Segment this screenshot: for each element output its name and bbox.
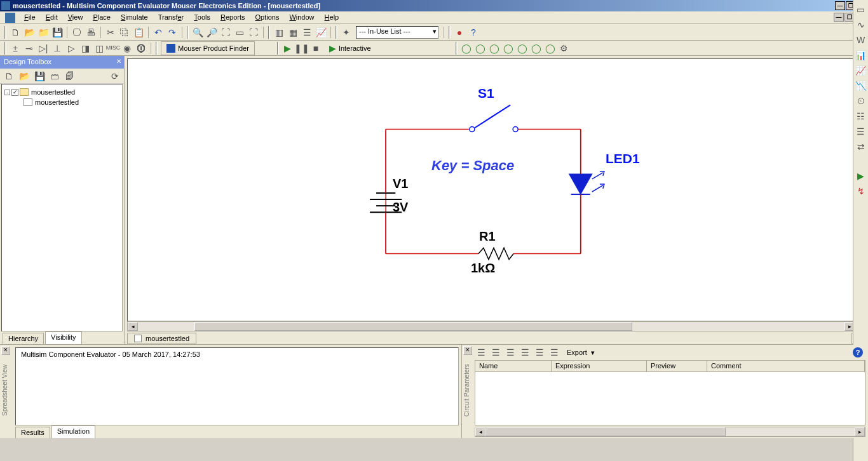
instrument-2-button[interactable]: ◯ [473, 41, 487, 55]
params-hscrollbar[interactable]: ◂ ▸ [475, 427, 865, 437]
save-button[interactable]: 💾 [50, 25, 64, 39]
canvas-tab[interactable]: mousertestled [127, 333, 196, 344]
dt-save-button[interactable]: 💾 [33, 70, 46, 83]
component-analog-button[interactable]: ▷ [64, 41, 78, 55]
instrument-4ch-scope[interactable]: 📈 [854, 63, 868, 77]
zoom-sheet-button[interactable]: ▭ [233, 25, 247, 39]
instrument-3-button[interactable]: ◯ [487, 41, 501, 55]
menu-file[interactable]: File [19, 11, 41, 23]
param-movedown-button[interactable]: ☰ [519, 346, 531, 359]
toolbar-grip[interactable] [456, 42, 458, 55]
instrument-probe[interactable]: ↯ [854, 184, 868, 198]
log-output[interactable]: Multisim Component Evaluator - 05 March … [15, 347, 459, 425]
place-component-button[interactable]: ✦ [339, 25, 353, 39]
tree-ree-closed[interactable]: - ✓ mousertestled [4, 87, 119, 97]
scroll-track[interactable] [138, 322, 844, 331]
dt-new-button[interactable]: 🗋 [3, 70, 15, 83]
instrument-4-button[interactable]: ◯ [501, 41, 515, 55]
project-tree[interactable]: - ✓ mousertestled mousertestled [1, 84, 123, 331]
schematic-canvas[interactable]: S1 Key = Space LED1 V1 3V R1 1kΩ [127, 58, 855, 321]
toolbar-grip[interactable] [268, 26, 270, 39]
menu-view[interactable]: View [63, 11, 88, 23]
battery-v1[interactable] [370, 130, 402, 254]
paste-button[interactable]: 📋 [132, 25, 146, 39]
resistor-r1[interactable] [478, 248, 513, 259]
tab-results[interactable]: Results [15, 427, 50, 438]
instrument-1-button[interactable]: ◯ [459, 41, 473, 55]
toolbar-grip[interactable] [277, 42, 279, 55]
instrument-7-button[interactable]: ◯ [543, 41, 557, 55]
electrical-rules-check-button[interactable]: ● [452, 25, 466, 39]
param-paste-button[interactable]: ☰ [548, 346, 560, 359]
print-preview-button[interactable]: 🖵 [70, 25, 84, 39]
grapher-button[interactable]: 📈 [314, 25, 328, 39]
param-add-button[interactable]: ☰ [475, 346, 487, 359]
run-button[interactable]: ▶ [281, 41, 295, 55]
instrument-multimeter[interactable]: ▭ [854, 3, 868, 17]
toolbar-grip[interactable] [4, 26, 6, 39]
export-dropdown[interactable]: Export [562, 347, 597, 358]
col-name[interactable]: Name [475, 361, 552, 372]
open-samples-button[interactable]: 📁 [36, 25, 50, 39]
help-button[interactable]: ? [466, 25, 480, 39]
mdi-minimize-button[interactable]: — [834, 13, 844, 22]
component-power-button[interactable]: ⏼ [134, 41, 148, 55]
component-indicator-button[interactable]: ◉ [120, 41, 134, 55]
tab-simulation[interactable]: Simulation [51, 425, 95, 438]
dt-saveall-button[interactable]: 🗃 [48, 70, 61, 83]
open-button[interactable]: 📂 [22, 25, 36, 39]
tree-item-child[interactable]: mousertestled [4, 97, 119, 107]
expand-button[interactable]: - [4, 90, 10, 95]
component-cmos-button[interactable]: ◫ [92, 41, 106, 55]
fullscreen-button[interactable]: ⛶ [247, 25, 261, 39]
param-remove-button[interactable]: ☰ [489, 346, 502, 359]
scroll-right-button[interactable]: ▸ [855, 427, 865, 436]
database-manager-button[interactable]: ☰ [300, 25, 314, 39]
menu-simulate[interactable]: Simulate [116, 11, 153, 23]
menu-help[interactable]: Help [320, 11, 344, 23]
instrument-settings-button[interactable]: ⚙ [557, 41, 571, 55]
instrument-iv[interactable]: ▶ [854, 169, 868, 183]
scroll-thumb[interactable] [194, 322, 632, 331]
pause-button[interactable]: ❚❚ [295, 41, 309, 55]
instrument-word-gen[interactable]: ☷ [854, 109, 868, 123]
spreadsheet-close-button[interactable]: ✕ [1, 346, 10, 355]
toggle-spreadsheet-button[interactable]: ▦ [286, 25, 300, 39]
toolbar-grip[interactable] [156, 42, 158, 55]
instrument-oscilloscope[interactable]: 📊 [854, 48, 868, 62]
zoom-area-button[interactable]: ⛶ [219, 25, 233, 39]
instrument-freq-counter[interactable]: ⏲ [854, 94, 868, 108]
scroll-left-button[interactable]: ◂ [475, 427, 485, 436]
component-sources-button[interactable]: ± [8, 41, 22, 55]
design-toolbox-titlebar[interactable]: Design Toolbox ✕ [0, 56, 124, 69]
interactive-button[interactable]: ▶ Interactive [324, 41, 376, 55]
print-button[interactable]: 🖶 [84, 25, 98, 39]
minimize-button[interactable]: — [835, 1, 845, 10]
zoom-out-button[interactable]: 🔎 [205, 25, 219, 39]
toolbar-grip[interactable] [336, 26, 337, 39]
component-diode-button[interactable]: ▷| [36, 41, 50, 55]
col-comment[interactable]: Comment [707, 361, 865, 372]
col-preview[interactable]: Preview [647, 361, 707, 372]
toolbar-grip[interactable] [4, 42, 6, 55]
params-close-button[interactable]: ✕ [463, 346, 472, 355]
tab-visibility[interactable]: Visibility [45, 331, 82, 344]
col-expression[interactable]: Expression [552, 361, 647, 372]
inuse-list-dropdown[interactable]: --- In-Use List --- [356, 26, 438, 39]
instrument-5-button[interactable]: ◯ [515, 41, 529, 55]
instrument-bode[interactable]: 📉 [854, 79, 868, 93]
scroll-thumb[interactable] [485, 427, 726, 436]
component-misc-button[interactable]: MISC [106, 41, 120, 55]
scroll-left-button[interactable]: ◂ [128, 322, 138, 331]
tab-hierarchy[interactable]: Hierarchy [3, 333, 44, 344]
new-button[interactable]: 🗋 [8, 25, 22, 39]
switch-s1[interactable] [470, 105, 518, 131]
toolbar-grip[interactable] [449, 26, 451, 39]
menu-place[interactable]: Place [88, 11, 116, 23]
instrument-wattmeter[interactable]: W [854, 33, 868, 47]
stop-button[interactable]: ■ [309, 41, 323, 55]
menu-transfer[interactable]: Transfer [153, 11, 189, 23]
instrument-function-gen[interactable]: ∿ [854, 18, 868, 32]
param-copy-button[interactable]: ☰ [533, 346, 546, 359]
component-transistor-button[interactable]: ⊥ [50, 41, 64, 55]
